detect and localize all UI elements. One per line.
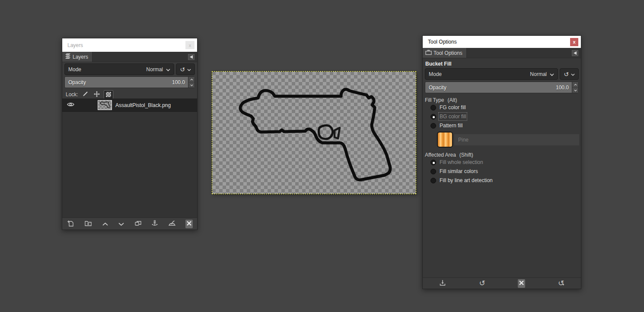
layers-opacity-spinner xyxy=(188,77,194,88)
radio-label: Pattern fill xyxy=(440,123,462,129)
radio-label: Fill similar colors xyxy=(440,168,478,174)
move-cross-icon xyxy=(94,91,100,98)
spinner-down-button[interactable] xyxy=(188,82,194,88)
delete-x-icon xyxy=(186,221,192,227)
tool-options-tabstrip: Tool Options xyxy=(423,48,581,58)
undo-arrow-icon: ↺ xyxy=(180,66,185,72)
raise-layer-button[interactable] xyxy=(102,220,109,228)
restore-arrow-icon: ↺ xyxy=(479,280,485,287)
layers-mode-dropdown[interactable]: Mode Normal xyxy=(64,63,174,75)
chevron-up-icon xyxy=(102,221,108,227)
radio-pattern-fill[interactable]: Pattern fill xyxy=(430,123,581,129)
tool-options-window-titlebar[interactable]: Tool Options x xyxy=(423,36,581,48)
pattern-row: Pine xyxy=(437,132,579,148)
affected-area-section-label: Affected Area(Shift) xyxy=(425,152,581,158)
pattern-name-field[interactable]: Pine xyxy=(454,134,579,145)
tool-options-toolbar: ↺ ↺ xyxy=(423,277,581,289)
new-layer-button[interactable] xyxy=(67,219,75,229)
duplicate-layer-button[interactable] xyxy=(134,220,142,228)
layers-close-button[interactable]: x xyxy=(185,41,194,49)
lock-label: Lock: xyxy=(66,91,78,98)
lock-alpha-button[interactable] xyxy=(104,90,113,99)
radio-bg-color-fill[interactable]: BG color fill xyxy=(430,113,581,120)
reset-tool-options-button[interactable]: ↺ xyxy=(557,279,565,288)
radio-circle[interactable] xyxy=(430,160,436,165)
layers-opacity-label: Opacity xyxy=(68,79,86,85)
radio-fill-by-line-art-detection[interactable]: Fill by line art detection xyxy=(430,177,581,183)
lock-pixels-button[interactable] xyxy=(80,90,90,99)
active-tool-name: Bucket Fill xyxy=(425,61,581,67)
delete-tool-preset-button[interactable] xyxy=(518,279,525,288)
tool-mode-label: Mode xyxy=(429,71,442,77)
tool-opacity-value: 100.0 xyxy=(556,85,569,91)
radio-label: Fill by line art detection xyxy=(440,177,493,183)
layers-dialog: Layers x Layers Mode Normal xyxy=(62,38,198,230)
radio-fg-color-fill[interactable]: FG color fill xyxy=(430,104,581,110)
spinner-up-button[interactable] xyxy=(572,82,578,87)
radio-label: Fill whole selection xyxy=(440,159,483,165)
tool-opacity-slider[interactable]: Opacity 100.0 xyxy=(425,82,579,93)
image-canvas[interactable] xyxy=(212,71,416,194)
tab-layers[interactable]: Layers xyxy=(62,52,92,62)
tool-mode-value: Normal xyxy=(530,71,547,77)
spinner-down-button[interactable] xyxy=(572,87,578,93)
tool-options-dialog: Tool Options x Tool Options Bucket Fill … xyxy=(422,35,581,289)
layer-visibility-toggle[interactable] xyxy=(62,102,79,108)
new-group-icon xyxy=(85,220,92,227)
chevron-down-icon xyxy=(166,66,170,72)
fill-type-section-label: Fill Type(Alt) xyxy=(425,97,581,103)
pattern-swatch[interactable] xyxy=(437,132,453,148)
new-layer-icon xyxy=(67,220,74,228)
tool-mode-row: Mode Normal ↺ xyxy=(425,68,579,80)
layers-opacity-slider[interactable]: Opacity 100.0 xyxy=(64,76,195,88)
checkerboard-alpha-icon xyxy=(106,92,111,97)
chevron-down-icon xyxy=(571,71,575,77)
radio-circle[interactable] xyxy=(430,105,436,110)
layer-name: AssaultPistol_Black.png xyxy=(115,102,171,108)
radio-circle[interactable] xyxy=(430,114,436,120)
undo-arrow-icon: ↺ xyxy=(564,71,569,77)
radio-fill-whole-selection[interactable]: Fill whole selection xyxy=(430,159,581,165)
lower-layer-button[interactable] xyxy=(118,220,125,228)
layers-stack-icon xyxy=(65,54,71,60)
spinner-up-button[interactable] xyxy=(188,77,194,82)
layers-mode-reset-button[interactable]: ↺ xyxy=(176,63,195,75)
save-tool-preset-button[interactable] xyxy=(439,279,446,288)
lock-position-button[interactable] xyxy=(92,90,102,99)
pistol-outline-drawing xyxy=(212,72,416,194)
radio-circle[interactable] xyxy=(430,178,436,183)
tool-opacity-spinner xyxy=(572,82,578,93)
tab-tool-options[interactable]: Tool Options xyxy=(423,48,467,58)
layers-window-title: Layers xyxy=(67,42,83,48)
layers-toolbar xyxy=(62,217,197,230)
layer-list[interactable]: AssaultPistol_Black.png xyxy=(62,98,197,217)
restore-tool-preset-button[interactable]: ↺ xyxy=(478,279,486,288)
tool-mode-reset-button[interactable]: ↺ xyxy=(560,68,579,80)
layers-mode-label: Mode xyxy=(68,66,81,72)
delete-layer-button[interactable] xyxy=(185,220,193,228)
radio-circle[interactable] xyxy=(430,123,436,129)
chevron-down-icon xyxy=(550,71,554,77)
layers-panel-menu-button[interactable] xyxy=(188,54,194,60)
paintbrush-icon xyxy=(82,91,88,98)
trigger-blob-path xyxy=(319,126,333,139)
new-layer-group-button[interactable] xyxy=(84,219,92,228)
trigger-triangle-path xyxy=(335,128,340,139)
tab-layers-label: Layers xyxy=(73,54,88,60)
radio-label: FG color fill xyxy=(440,104,466,110)
tab-tool-options-label: Tool Options xyxy=(434,50,462,56)
tool-options-panel-menu-button[interactable] xyxy=(572,50,578,56)
tool-options-close-button[interactable]: x xyxy=(570,38,578,46)
layers-window-titlebar[interactable]: Layers x xyxy=(62,38,197,52)
layer-row[interactable]: AssaultPistol_Black.png xyxy=(62,99,197,112)
left-triangle-icon xyxy=(190,55,193,59)
radio-fill-similar-colors[interactable]: Fill similar colors xyxy=(430,168,581,174)
radio-circle[interactable] xyxy=(430,169,436,174)
pistol-outline-path xyxy=(240,89,390,180)
anchor-layer-button[interactable] xyxy=(151,219,159,229)
anchor-icon xyxy=(152,220,158,228)
tool-mode-dropdown[interactable]: Mode Normal xyxy=(425,68,558,80)
layers-tabstrip: Layers xyxy=(62,52,197,62)
merge-layer-button[interactable] xyxy=(168,219,176,228)
layers-mode-value: Normal xyxy=(146,66,163,72)
